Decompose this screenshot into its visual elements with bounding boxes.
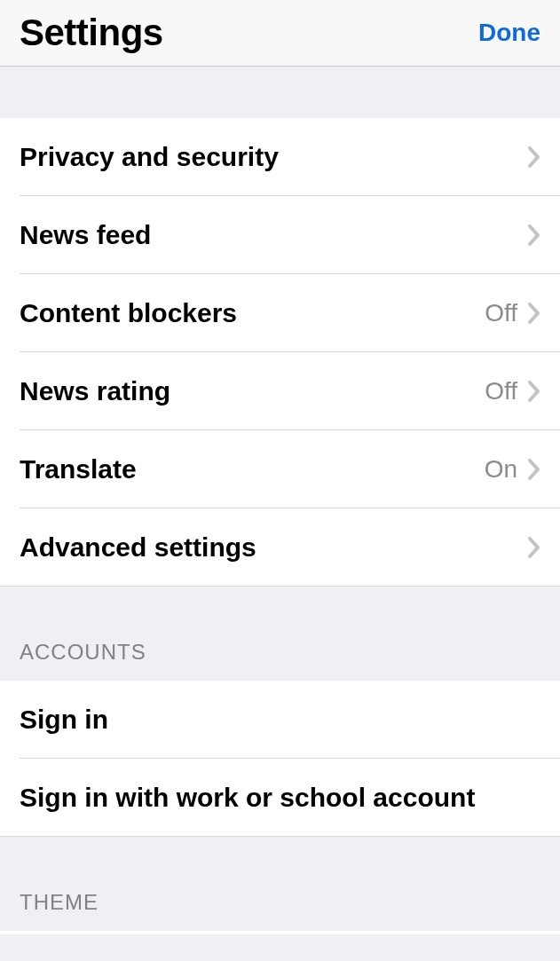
row-label: Sign in [20,705,108,735]
chevron-right-icon [528,381,540,402]
row-value: Off [485,377,517,406]
theme-header: THEME [0,890,560,931]
header: Settings Done [0,0,560,67]
row-label: Advanced settings [20,532,256,563]
row-label: Privacy and security [20,142,279,172]
row-news-rating[interactable]: News rating Off [0,352,560,430]
row-value: On [485,455,517,484]
spacer [0,67,560,118]
accounts-group: Sign in Sign in with work or school acco… [0,681,560,837]
row-right [528,537,540,558]
row-news-feed[interactable]: News feed [0,196,560,274]
theme-group [0,931,560,934]
row-right: On [485,455,540,484]
row-label: Content blockers [20,298,237,328]
row-content-blockers[interactable]: Content blockers Off [0,274,560,352]
done-button[interactable]: Done [478,19,540,47]
row-label: Sign in with work or school account [20,783,475,813]
row-right [528,146,540,168]
row-right [528,224,540,246]
page-title: Settings [20,12,163,54]
row-privacy-security[interactable]: Privacy and security [0,118,560,196]
row-sign-in-work-school[interactable]: Sign in with work or school account [0,759,560,837]
row-translate[interactable]: Translate On [0,430,560,508]
row-advanced-settings[interactable]: Advanced settings [0,508,560,587]
accounts-header: ACCOUNTS [0,640,560,681]
chevron-right-icon [528,459,540,480]
chevron-right-icon [528,224,540,246]
row-value: Off [485,299,517,327]
chevron-right-icon [528,146,540,168]
chevron-right-icon [528,537,540,558]
main-settings-group: Privacy and security News feed Content b… [0,118,560,587]
chevron-right-icon [528,303,540,324]
row-label: News feed [20,220,151,250]
row-right: Off [485,377,540,406]
row-label: Translate [20,454,137,484]
row-right: Off [485,299,540,327]
row-sign-in[interactable]: Sign in [0,681,560,759]
row-label: News rating [20,376,170,406]
